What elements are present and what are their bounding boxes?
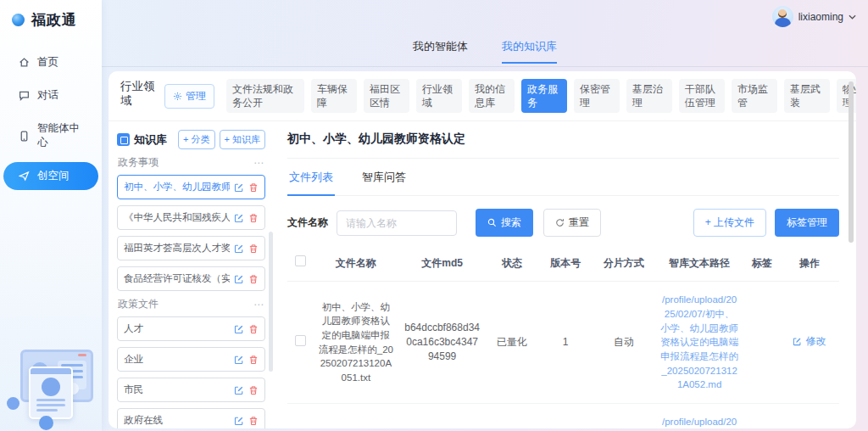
search-button[interactable]: 搜索 (476, 209, 533, 237)
delete-icon[interactable] (248, 324, 259, 334)
kb-item[interactable]: 人才 (117, 316, 265, 341)
category-tab[interactable]: 干部队伍管理 (679, 79, 725, 113)
category-tab[interactable]: 车辆保障 (311, 79, 357, 113)
knowledge-base-panel: 知识库 + 分类 + 知识库 政务事项⋯ 初中、小学、幼儿园教师资格... 《中… (108, 121, 274, 428)
category-tab[interactable]: 保密管理 (574, 79, 620, 113)
page-title: 初中、小学、幼儿园教师资格认定 (287, 132, 839, 159)
tab-my-agents[interactable]: 我的智能体 (413, 39, 468, 64)
edit-icon[interactable] (234, 355, 244, 365)
file-version: 1 (539, 335, 593, 350)
kb-item[interactable]: 政府在线 (117, 408, 265, 428)
table-row: 初中、小学、幼儿园教师资格认定的电脑端申报流程是怎样的_202502072131… (287, 282, 839, 404)
delete-icon[interactable] (248, 385, 259, 395)
delete-icon[interactable] (248, 182, 259, 193)
sidebar-item-label: 智能体中心 (37, 121, 90, 150)
workspace-tabs: 我的智能体 我的知识库 (102, 39, 868, 64)
kb-item[interactable]: 食品经营许可证核发（实施申... (117, 266, 265, 291)
delete-icon[interactable] (248, 274, 259, 284)
category-tab[interactable]: 我的信息库 (469, 79, 515, 113)
edit-icon[interactable] (234, 213, 244, 223)
send-icon (19, 171, 30, 182)
user-menu[interactable]: lixiaoming (772, 6, 856, 27)
search-icon (487, 218, 497, 227)
edit-icon[interactable] (234, 385, 244, 395)
modify-button[interactable]: 修改 (793, 334, 826, 349)
app-title: 福政通 (31, 10, 77, 30)
username: lixiaoming (798, 11, 843, 23)
main-area: lixiaoming 我的智能体 我的知识库 行业领域 管理 文件法规和政务公开… (102, 0, 868, 431)
kb-item[interactable]: 市民 (117, 378, 265, 402)
delete-icon[interactable] (248, 243, 259, 254)
category-tabs: 文件法规和政务公开 车辆保障 福田区区情 行业领域 我的信息库 政务服务 保密管… (226, 79, 843, 113)
edit-icon[interactable] (234, 416, 244, 426)
file-status: 已量化 (485, 335, 538, 350)
search-row: 文件名称 搜索 重置 + 上传文件 标签管理 (287, 209, 839, 237)
sidebar-item-agent-center[interactable]: 智能体中心 (3, 115, 98, 157)
add-knowledge-base-button[interactable]: + 知识库 (220, 130, 265, 149)
tag-management-button[interactable]: 标签管理 (775, 209, 839, 237)
content-panel: 初中、小学、幼儿园教师资格认定 文件列表 智库问答 文件名称 搜索 重置 (274, 121, 856, 428)
tab-my-knowledge[interactable]: 我的知识库 (502, 39, 557, 64)
kb-item[interactable]: 初中、小学、幼儿园教师资格... (117, 175, 265, 199)
tab-file-list[interactable]: 文件列表 (287, 159, 335, 196)
edit-icon (793, 337, 802, 346)
delete-icon[interactable] (248, 416, 259, 426)
kb-item[interactable]: 《中华人民共和国残疾人证》... (117, 205, 265, 230)
kb-text-path-link[interactable]: /profile/upload/2025/02/07/初中、小学、幼儿园教师资格… (654, 293, 743, 392)
sidebar-item-chat[interactable]: 对话 (3, 81, 98, 109)
select-all-checkbox[interactable] (295, 255, 306, 266)
card-scrollbar[interactable] (849, 81, 854, 243)
category-bar: 行业领域 管理 文件法规和政务公开 车辆保障 福田区区情 行业领域 我的信息库 … (108, 71, 856, 121)
sidebar-item-creation-space[interactable]: 创空间 (3, 162, 98, 190)
split-mode: 自动 (593, 335, 655, 350)
knowledge-card: 行业领域 管理 文件法规和政务公开 车辆保障 福田区区情 行业领域 我的信息库 … (108, 71, 856, 428)
knowledge-base-icon (117, 133, 130, 146)
kb-text-path-link[interactable]: /profile/upload/2025/02/07/初中、小学、幼儿园教师资格… (654, 415, 743, 428)
category-tab[interactable]: 行业领域 (416, 79, 462, 113)
app-logo: 福政通 (0, 0, 102, 43)
category-tab[interactable]: 基层治理 (626, 79, 672, 113)
sidebar-item-home[interactable]: 首页 (3, 48, 98, 76)
chevron-down-icon (849, 14, 856, 20)
kb-item[interactable]: 福田英才荟高层次人才奖励支持 (117, 236, 265, 260)
logo-icon (12, 14, 25, 26)
add-category-button[interactable]: + 分类 (178, 130, 214, 149)
category-tab[interactable]: 福田区区情 (364, 79, 409, 113)
edit-icon[interactable] (234, 182, 244, 193)
home-icon (19, 57, 30, 68)
category-tab[interactable]: 市场监管 (732, 79, 777, 113)
row-checkbox[interactable] (295, 335, 306, 346)
device-icon (19, 131, 30, 142)
category-tab[interactable]: 文件法规和政务公开 (226, 79, 304, 113)
reset-button[interactable]: 重置 (543, 209, 601, 237)
manage-button[interactable]: 管理 (164, 84, 214, 109)
avatar (772, 6, 793, 27)
delete-icon[interactable] (248, 355, 259, 365)
table-header: 文件名称 文件md5 状态 版本号 分片方式 智库文本路径 标签 操作 (287, 249, 839, 282)
edit-icon[interactable] (234, 324, 244, 334)
file-name-input[interactable] (337, 210, 457, 236)
decorative-illustration (2, 344, 100, 428)
category-tab-active[interactable]: 政务服务 (521, 79, 567, 113)
tab-kb-qa[interactable]: 智库问答 (360, 159, 408, 195)
kb-item[interactable]: 企业 (117, 347, 265, 372)
category-bar-label: 行业领域 (120, 79, 156, 108)
document-graphic (29, 367, 73, 419)
edit-icon[interactable] (234, 274, 244, 284)
sidebar-item-label: 创空间 (37, 169, 70, 183)
kb-panel-scrollbar[interactable] (269, 232, 273, 372)
kb-section-title: 政务事项 (118, 155, 159, 170)
search-field-label: 文件名称 (287, 216, 328, 230)
divider (102, 66, 868, 67)
file-table: 文件名称 文件md5 状态 版本号 分片方式 智库文本路径 标签 操作 初中、小… (287, 249, 839, 428)
refresh-icon (555, 218, 565, 227)
edit-icon[interactable] (234, 243, 244, 254)
delete-icon[interactable] (248, 213, 259, 223)
sidebar-item-label: 对话 (37, 88, 58, 103)
more-icon[interactable]: ⋯ (253, 157, 264, 169)
category-tab[interactable]: 基层武装 (784, 79, 830, 113)
content-tabs: 文件列表 智库问答 (287, 159, 839, 196)
more-icon[interactable]: ⋯ (253, 299, 264, 311)
upload-file-button[interactable]: + 上传文件 (693, 209, 766, 237)
file-md5: b64dccbf868d340ca16c3bc434794599 (399, 321, 486, 365)
